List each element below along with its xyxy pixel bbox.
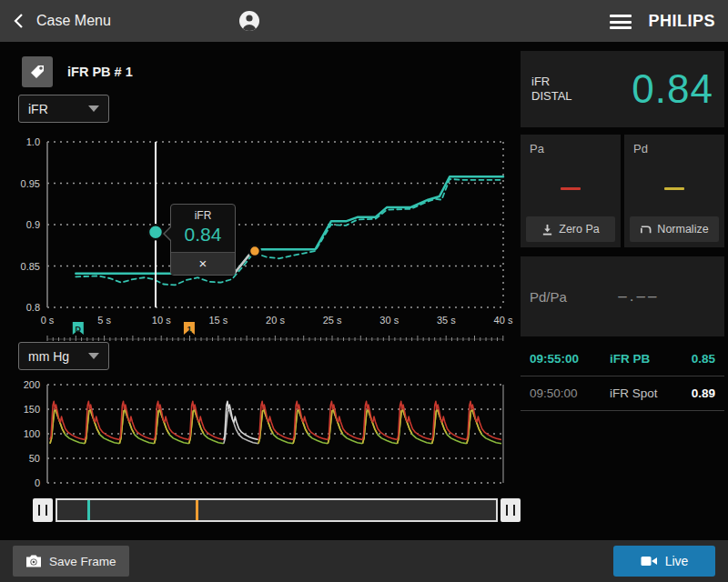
tooltip-close-icon[interactable]: ×	[171, 252, 235, 275]
svg-text:0.85: 0.85	[21, 261, 40, 272]
scrubber-marker-distal[interactable]	[87, 500, 90, 520]
chart-marker-orange	[249, 246, 260, 256]
pa-placeholder-dash	[561, 187, 581, 190]
measurement-view: iFR PB # 1 iFR 1.00.950.90.850.80 s5 s10…	[0, 42, 517, 540]
svg-text:10 s: 10 s	[152, 315, 171, 326]
history-type: iFR Spot	[601, 386, 692, 400]
ifr-distal-value: 0.84	[632, 66, 713, 112]
side-panel: iFR DISTAL 0.84 Pa Zero Pa Pd	[517, 42, 728, 540]
unit-dropdown-value: mm Hg	[28, 349, 88, 364]
zero-arrow-icon	[541, 224, 553, 236]
pd-label: Pd	[633, 142, 648, 156]
live-button[interactable]: Live	[613, 546, 715, 577]
svg-text:1: 1	[187, 325, 191, 334]
person-icon	[238, 9, 261, 33]
philips-logo: PHILIPS	[648, 12, 715, 31]
svg-text:1.0: 1.0	[26, 136, 40, 147]
tooltip-value: 0.84	[171, 222, 235, 252]
measurement-history-list: 09:55:00 iFR PB 0.85 09:50:00 iFR Spot 0…	[521, 342, 724, 411]
svg-text:150: 150	[24, 404, 40, 415]
mode-dropdown[interactable]: iFR	[18, 95, 109, 123]
svg-text:0.95: 0.95	[21, 178, 40, 189]
user-avatar-button[interactable]	[238, 9, 261, 33]
scrubber-track[interactable]	[56, 498, 498, 522]
chevron-down-icon	[88, 353, 99, 359]
app-root: Case Menu PHILIPS	[0, 0, 728, 582]
svg-text:35 s: 35 s	[437, 315, 456, 326]
tag-button[interactable]	[22, 56, 53, 87]
mode-dropdown-value: iFR	[28, 102, 88, 116]
save-frame-button[interactable]: Save Frame	[13, 546, 129, 577]
svg-text:0.9: 0.9	[26, 219, 40, 230]
tag-icon	[28, 63, 46, 81]
svg-text:5 s: 5 s	[97, 315, 111, 326]
page-title: Case Menu	[36, 13, 111, 29]
ifr-distal-label: iFR DISTAL	[531, 75, 572, 104]
ifr-trend-chart[interactable]: 1.00.950.90.850.80 s5 s10 s15 s20 s25 s3…	[0, 133, 517, 342]
chevron-down-icon	[88, 105, 99, 112]
normalize-icon	[640, 224, 652, 236]
pdpa-panel: Pd/Pa –.––	[521, 256, 724, 336]
record-title: iFR PB # 1	[67, 56, 133, 87]
pa-label: Pa	[530, 142, 544, 156]
history-time: 09:50:00	[530, 386, 601, 400]
unit-dropdown[interactable]: mm Hg	[18, 342, 109, 370]
chart-marker-teal	[148, 225, 163, 239]
tooltip-pointer	[163, 226, 171, 242]
pdpa-value: –.––	[618, 287, 659, 306]
ifr-value-tooltip: iFR 0.84 ×	[170, 204, 236, 276]
svg-text:50: 50	[29, 453, 40, 464]
pa-panel: Pa Zero Pa	[521, 135, 621, 247]
video-camera-icon	[641, 555, 658, 567]
svg-text:20 s: 20 s	[266, 315, 285, 326]
zero-pa-button[interactable]: Zero Pa	[526, 216, 615, 242]
history-value: 0.85	[692, 352, 715, 366]
svg-text:30 s: 30 s	[379, 315, 399, 326]
history-row[interactable]: 09:55:00 iFR PB 0.85	[521, 342, 724, 376]
svg-text:200: 200	[24, 379, 40, 390]
timeline-scrubber[interactable]	[33, 498, 521, 522]
pressure-waveform-chart[interactable]: 200150100500	[0, 376, 517, 495]
history-row[interactable]: 09:50:00 iFR Spot 0.89	[521, 376, 724, 411]
history-type: iFR PB	[601, 352, 692, 366]
svg-text:0 s: 0 s	[41, 315, 55, 326]
svg-text:15 s: 15 s	[208, 315, 228, 326]
pd-placeholder-dash	[664, 187, 684, 190]
scrubber-left-handle[interactable]	[33, 498, 53, 522]
topbar: Case Menu PHILIPS	[0, 0, 728, 42]
svg-text:0: 0	[35, 477, 40, 488]
tooltip-title: iFR	[171, 205, 235, 222]
main-area: iFR PB # 1 iFR 1.00.950.90.850.80 s5 s10…	[0, 42, 728, 540]
svg-text:25 s: 25 s	[323, 315, 342, 326]
history-time: 09:55:00	[530, 352, 601, 366]
camera-icon	[25, 554, 42, 568]
menu-button[interactable]	[610, 15, 632, 33]
back-button[interactable]: Case Menu	[13, 0, 111, 42]
svg-text:D: D	[76, 325, 82, 334]
menu-icon	[610, 15, 632, 17]
scrubber-marker-1[interactable]	[196, 500, 198, 520]
history-value: 0.89	[692, 386, 715, 400]
pd-panel: Pd Normalize	[624, 135, 724, 247]
svg-text:40 s: 40 s	[494, 315, 513, 326]
svg-text:0.8: 0.8	[26, 302, 40, 313]
normalize-button[interactable]: Normalize	[630, 216, 719, 242]
ifr-distal-panel: iFR DISTAL 0.84	[521, 51, 724, 127]
back-chevron-icon	[13, 13, 24, 29]
pdpa-label: Pd/Pa	[530, 289, 567, 305]
bottombar: Save Frame Live	[0, 540, 728, 582]
svg-text:100: 100	[24, 428, 40, 439]
